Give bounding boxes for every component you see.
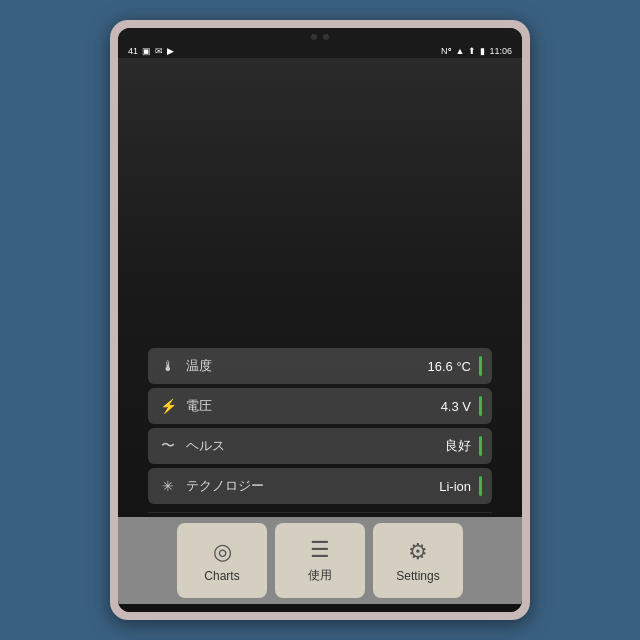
- tab-bar: ◎ Charts ☰ 使用 ⚙ Settings: [118, 517, 522, 604]
- health-label: ヘルス: [186, 437, 445, 455]
- camera-area: [118, 28, 522, 44]
- usage-label: 使用: [308, 567, 332, 584]
- status-bar-right: Nᵒ ▲ ⬆ ▮ 11:06: [441, 46, 512, 56]
- notification-icon: ▣: [142, 46, 151, 56]
- camera-dot-left: [311, 34, 317, 40]
- battery-icon: ▮: [480, 46, 485, 56]
- status-bar: 41 ▣ ✉ ▶ Nᵒ ▲ ⬆ ▮ 11:06: [118, 44, 522, 58]
- technology-row: ✳ テクノロジー Li-ion: [148, 468, 492, 504]
- health-value: 良好: [445, 437, 471, 455]
- email-icon: ✉: [155, 46, 163, 56]
- tablet-frame: 41 ▣ ✉ ▶ Nᵒ ▲ ⬆ ▮ 11:06 🌡 温度 16.6 °C: [110, 20, 530, 620]
- settings-icon: ⚙: [408, 539, 428, 565]
- divider: [148, 512, 492, 513]
- thermometer-icon: 🌡: [158, 358, 178, 374]
- camera-dot-right: [323, 34, 329, 40]
- network-icon: Nᵒ: [441, 46, 452, 56]
- play-icon: ▶: [167, 46, 174, 56]
- lightning-icon: ⚡: [158, 398, 178, 414]
- tab-settings[interactable]: ⚙ Settings: [373, 523, 463, 598]
- settings-label: Settings: [396, 569, 439, 583]
- temperature-label: 温度: [186, 357, 427, 375]
- signal-strength: 41: [128, 46, 138, 56]
- technology-label: テクノロジー: [186, 477, 439, 495]
- tab-usage[interactable]: ☰ 使用: [275, 523, 365, 598]
- temperature-row: 🌡 温度 16.6 °C: [148, 348, 492, 384]
- charts-icon: ◎: [213, 539, 232, 565]
- technology-bar: [479, 476, 482, 496]
- health-icon: 〜: [158, 437, 178, 455]
- charging-icon: ⬆: [468, 46, 476, 56]
- time-display: 11:06: [489, 46, 512, 56]
- health-row: 〜 ヘルス 良好: [148, 428, 492, 464]
- tablet-screen: 41 ▣ ✉ ▶ Nᵒ ▲ ⬆ ▮ 11:06 🌡 温度 16.6 °C: [118, 28, 522, 612]
- info-rows: 🌡 温度 16.6 °C ⚡ 電圧 4.3 V 〜 ヘルス 良好: [118, 348, 522, 504]
- status-bar-left: 41 ▣ ✉ ▶: [128, 46, 174, 56]
- technology-value: Li-ion: [439, 479, 471, 494]
- screen-content: 🌡 温度 16.6 °C ⚡ 電圧 4.3 V 〜 ヘルス 良好: [118, 58, 522, 612]
- temperature-value: 16.6 °C: [427, 359, 471, 374]
- temperature-bar: [479, 356, 482, 376]
- voltage-value: 4.3 V: [441, 399, 471, 414]
- usage-icon: ☰: [310, 537, 330, 563]
- wifi-icon: ▲: [456, 46, 465, 56]
- technology-icon: ✳: [158, 478, 178, 494]
- voltage-row: ⚡ 電圧 4.3 V: [148, 388, 492, 424]
- health-bar: [479, 436, 482, 456]
- voltage-bar: [479, 396, 482, 416]
- voltage-label: 電圧: [186, 397, 441, 415]
- tab-charts[interactable]: ◎ Charts: [177, 523, 267, 598]
- charts-label: Charts: [204, 569, 239, 583]
